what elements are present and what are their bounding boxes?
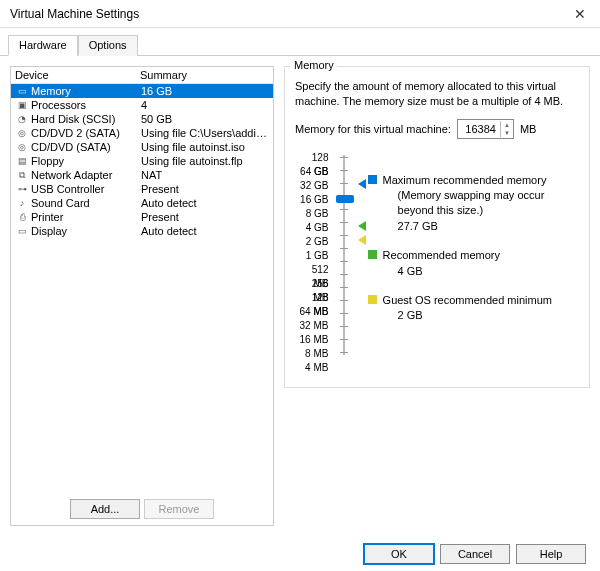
memory-input-row: Memory for this virtual machine: ▲ ▼ MB	[295, 119, 579, 139]
legend-max-swatch	[368, 175, 377, 184]
device-row[interactable]: ◔Hard Disk (SCSI)50 GB	[11, 112, 273, 126]
legend-min-label: Guest OS recommended minimum	[383, 293, 552, 308]
tab-options[interactable]: Options	[78, 35, 138, 56]
device-summary: Using file C:\Users\addis\Drop...	[141, 127, 269, 139]
scale-label: 4 GB	[295, 221, 328, 235]
device-icon: ⎙	[15, 211, 29, 223]
scale-label: 32 GB	[295, 179, 328, 193]
legend-rec-swatch	[368, 250, 377, 259]
marker-max-icon	[358, 179, 366, 189]
legend-max-label: Maximum recommended memory	[383, 173, 579, 188]
device-summary: Using file autoinst.iso	[141, 141, 269, 153]
device-row[interactable]: ⊶USB ControllerPresent	[11, 182, 273, 196]
help-button[interactable]: Help	[516, 544, 586, 564]
device-icon: ⧉	[15, 169, 29, 181]
scale-label: 2 GB	[295, 235, 328, 249]
memory-description: Specify the amount of memory allocated t…	[295, 79, 579, 109]
device-row[interactable]: ▭Memory16 GB	[11, 84, 273, 98]
memory-input-label: Memory for this virtual machine:	[295, 123, 451, 135]
legend-rec-value: 4 GB	[383, 264, 500, 279]
memory-input[interactable]	[458, 121, 500, 137]
scale-label: 32 MB	[295, 319, 328, 333]
ok-button[interactable]: OK	[364, 544, 434, 564]
scale-label: 16 GB	[295, 193, 328, 207]
memory-legend: Maximum recommended memory (Memory swapp…	[368, 151, 579, 330]
legend-min-swatch	[368, 295, 377, 304]
scale-label: 256 MB	[295, 277, 328, 291]
device-summary: Auto detect	[141, 197, 269, 209]
marker-min-icon	[358, 235, 366, 245]
device-icon: ▣	[15, 99, 29, 111]
device-icon: ▭	[15, 85, 29, 97]
device-name: CD/DVD (SATA)	[31, 141, 141, 153]
memory-unit: MB	[520, 123, 537, 135]
device-row[interactable]: ◎CD/DVD (SATA)Using file autoinst.iso	[11, 140, 273, 154]
remove-button: Remove	[144, 499, 214, 519]
device-header-device[interactable]: Device	[15, 69, 140, 81]
device-name: USB Controller	[31, 183, 141, 195]
memory-group: Memory Specify the amount of memory allo…	[284, 66, 590, 388]
device-icon: ♪	[15, 197, 29, 209]
device-summary: 50 GB	[141, 113, 269, 125]
scale-label: 8 MB	[295, 347, 328, 361]
device-name: Sound Card	[31, 197, 141, 209]
spinner-down-icon[interactable]: ▼	[501, 129, 513, 137]
scale-label: 128 GB	[295, 151, 328, 165]
device-row[interactable]: ▣Processors4	[11, 98, 273, 112]
scale-label: 512 MB	[295, 263, 328, 277]
device-icon: ⊶	[15, 183, 29, 195]
device-name: Memory	[31, 85, 141, 97]
device-row[interactable]: ◎CD/DVD 2 (SATA)Using file C:\Users\addi…	[11, 126, 273, 140]
device-buttons: Add... Remove	[11, 493, 273, 525]
device-icon: ▭	[15, 225, 29, 237]
tab-hardware[interactable]: Hardware	[8, 35, 78, 56]
device-name: CD/DVD 2 (SATA)	[31, 127, 141, 139]
device-summary: Present	[141, 211, 269, 223]
legend-rec-label: Recommended memory	[383, 248, 500, 263]
device-header-summary[interactable]: Summary	[140, 69, 269, 81]
device-icon: ◎	[15, 141, 29, 153]
device-icon: ▤	[15, 155, 29, 167]
memory-slider-area: 128 GB64 GB32 GB16 GB8 GB4 GB2 GB1 GB512…	[295, 151, 579, 375]
device-summary: NAT	[141, 169, 269, 181]
device-icon: ◔	[15, 113, 29, 125]
device-name: Network Adapter	[31, 169, 141, 181]
slider-thumb[interactable]	[336, 195, 354, 203]
settings-panel: Memory Specify the amount of memory allo…	[284, 66, 590, 526]
device-name: Processors	[31, 99, 141, 111]
legend-max-value: 27.7 GB	[383, 219, 579, 234]
device-row[interactable]: ⧉Network AdapterNAT	[11, 168, 273, 182]
device-name: Floppy	[31, 155, 141, 167]
device-name: Display	[31, 225, 141, 237]
slider-track	[343, 155, 345, 355]
device-summary: 16 GB	[141, 85, 269, 97]
device-icon: ◎	[15, 127, 29, 139]
device-panel: Device Summary ▭Memory16 GB▣Processors4◔…	[10, 66, 274, 526]
memory-slider[interactable]	[332, 151, 351, 361]
scale-label: 16 MB	[295, 333, 328, 347]
close-icon[interactable]: ✕	[568, 6, 592, 22]
memory-scale-labels: 128 GB64 GB32 GB16 GB8 GB4 GB2 GB1 GB512…	[295, 151, 328, 375]
marker-recommended-icon	[358, 221, 366, 231]
device-row[interactable]: ⎙PrinterPresent	[11, 210, 273, 224]
device-row[interactable]: ♪Sound CardAuto detect	[11, 196, 273, 210]
device-summary: Present	[141, 183, 269, 195]
cancel-button[interactable]: Cancel	[440, 544, 510, 564]
spinner-up-icon[interactable]: ▲	[501, 121, 513, 129]
device-list: ▭Memory16 GB▣Processors4◔Hard Disk (SCSI…	[11, 84, 273, 493]
scale-label: 1 GB	[295, 249, 328, 263]
scale-label: 128 MB	[295, 291, 328, 305]
memory-group-title: Memory	[291, 59, 337, 71]
scale-label: 8 GB	[295, 207, 328, 221]
device-name: Printer	[31, 211, 141, 223]
device-summary: Using file autoinst.flp	[141, 155, 269, 167]
device-name: Hard Disk (SCSI)	[31, 113, 141, 125]
device-row[interactable]: ▭DisplayAuto detect	[11, 224, 273, 238]
add-button[interactable]: Add...	[70, 499, 140, 519]
scale-label: 64 MB	[295, 305, 328, 319]
device-summary: Auto detect	[141, 225, 269, 237]
memory-spinner[interactable]: ▲ ▼	[457, 119, 514, 139]
device-header: Device Summary	[11, 67, 273, 84]
titlebar: Virtual Machine Settings ✕	[0, 0, 600, 28]
device-row[interactable]: ▤FloppyUsing file autoinst.flp	[11, 154, 273, 168]
